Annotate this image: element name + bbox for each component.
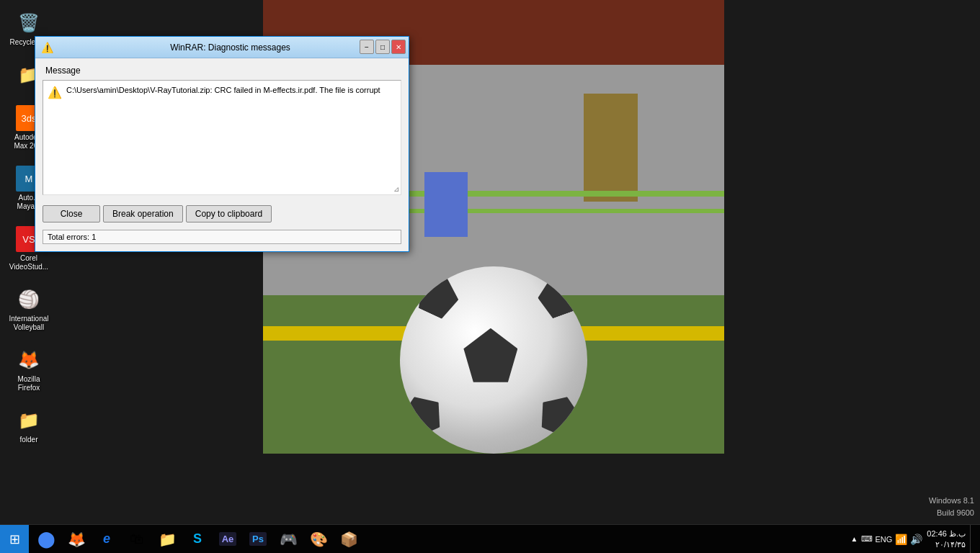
break-operation-button[interactable]: Break operation bbox=[103, 205, 183, 222]
dialog-warning-icon: ⚠️ bbox=[41, 42, 53, 53]
folder2-icon: 📁 bbox=[16, 408, 42, 433]
message-content: C:\Users\amin\Desktop\V-RayTutorial.zip:… bbox=[66, 85, 380, 96]
winrar-icon: 📦 bbox=[340, 531, 358, 548]
message-row: ⚠️ C:\Users\amin\Desktop\V-RayTutorial.z… bbox=[48, 85, 396, 99]
taskbar-tray: ▲ ⌨ ENG 📶 🔊 02:46 ب.ظ ۲۰/۱۴/۳۵ bbox=[845, 525, 980, 553]
dialog-status: Total errors: 1 bbox=[43, 230, 401, 244]
desktop: 🗑️ Recycle Bin 📁 3ds Autode...Max 20... … bbox=[0, 0, 980, 553]
windows-version: Windows 8.1 Build 9600 bbox=[929, 495, 974, 518]
taskbar-icon-store[interactable]: 🛍 bbox=[122, 525, 151, 554]
taskbar-icons: ⬤ 🦊 e 🛍 📁 S Ae Ps 🎮 bbox=[29, 525, 845, 553]
network-icon: 📶 bbox=[895, 534, 907, 545]
tray-icons: ▲ ⌨ ENG 📶 🔊 bbox=[851, 534, 923, 545]
win-version-line1: Windows 8.1 bbox=[929, 495, 974, 507]
volleyball-icon: 🏐 bbox=[16, 287, 42, 313]
dialog-buttons: Close Break operation Copy to clipboard bbox=[43, 202, 401, 225]
taskbar: ⊞ ⬤ 🦊 e 🛍 📁 S Ae bbox=[0, 524, 980, 553]
recycle-bin-icon: 🗑️ bbox=[16, 10, 42, 36]
total-errors-text: Total errors: 1 bbox=[48, 233, 96, 241]
ps-icon: Ps bbox=[249, 532, 267, 546]
message-area: ⚠️ C:\Users\amin\Desktop\V-RayTutorial.z… bbox=[43, 80, 401, 195]
taskbar-clock[interactable]: 02:46 ب.ظ ۲۰/۱۴/۳۵ bbox=[927, 529, 966, 549]
win-version-line2: Build 9600 bbox=[929, 507, 974, 519]
volleyball-label: InternationalVolleyball bbox=[9, 315, 48, 332]
start-icon: ⊞ bbox=[9, 531, 20, 547]
taskbar-icon-paint[interactable]: 🎨 bbox=[304, 525, 333, 554]
taskbar-icon-winrar[interactable]: 📦 bbox=[334, 525, 363, 554]
taskbar-icon-ps[interactable]: Ps bbox=[244, 525, 272, 554]
taskbar-icon-chrome[interactable]: ⬤ bbox=[32, 525, 61, 554]
desktop-icon-volleyball[interactable]: 🏐 InternationalVolleyball bbox=[3, 284, 55, 335]
generic1-icon: 🎮 bbox=[280, 531, 298, 548]
keyboard-icon: ⌨ bbox=[861, 534, 873, 544]
dialog-body: Message ⚠️ C:\Users\amin\Desktop\V-RayTu… bbox=[35, 58, 409, 251]
desktop-icon-folder2[interactable]: 📁 folder bbox=[3, 405, 55, 447]
copy-clipboard-button[interactable]: Copy to clipboard bbox=[186, 205, 272, 222]
ie-icon: e bbox=[103, 531, 110, 547]
show-desktop-button[interactable] bbox=[970, 525, 974, 554]
winrar-dialog: ⚠️ WinRAR: Diagnostic messages − □ ✕ Mes… bbox=[35, 36, 409, 252]
start-button[interactable]: ⊞ bbox=[0, 525, 29, 554]
firefox-label: MozillaFirefox bbox=[17, 375, 40, 392]
restore-button[interactable]: □ bbox=[375, 40, 390, 54]
ae-icon: Ae bbox=[219, 532, 237, 546]
lang-label: ENG bbox=[876, 535, 893, 544]
close-button[interactable]: Close bbox=[43, 205, 100, 222]
taskbar-icon-explorer[interactable]: 📁 bbox=[153, 525, 182, 554]
taskbar-icon-generic1[interactable]: 🎮 bbox=[274, 525, 303, 554]
explorer-icon: 📁 bbox=[159, 531, 177, 548]
store-icon: 🛍 bbox=[130, 531, 144, 547]
firefox-icon: 🦊 bbox=[16, 347, 42, 373]
message-column-label: Message bbox=[43, 66, 401, 76]
folder2-label: folder bbox=[19, 436, 37, 444]
taskbar-icon-firefox[interactable]: 🦊 bbox=[62, 525, 91, 554]
clock-time: 02:46 ب.ظ bbox=[927, 529, 966, 539]
chrome-icon: ⬤ bbox=[37, 530, 55, 549]
resize-handle[interactable]: ⊿ bbox=[393, 185, 399, 193]
clock-date: ۲۰/۱۴/۳۵ bbox=[935, 539, 966, 549]
desktop-icon-firefox[interactable]: 🦊 MozillaFirefox bbox=[3, 344, 55, 395]
corel-label: CorelVideoStud... bbox=[9, 254, 48, 271]
dialog-titlebar: ⚠️ WinRAR: Diagnostic messages − □ ✕ bbox=[35, 37, 409, 58]
taskbar-icon-skype[interactable]: S bbox=[183, 525, 212, 554]
firefox-taskbar-icon: 🦊 bbox=[68, 531, 86, 548]
volume-icon: 🔊 bbox=[910, 534, 922, 545]
dialog-title: WinRAR: Diagnostic messages bbox=[58, 42, 403, 53]
paint-icon: 🎨 bbox=[310, 531, 328, 548]
close-title-button[interactable]: ✕ bbox=[391, 40, 406, 54]
dialog-controls: − □ ✕ bbox=[360, 40, 406, 54]
skype-icon: S bbox=[193, 531, 202, 547]
tray-expand-icon[interactable]: ▲ bbox=[851, 535, 858, 543]
taskbar-icon-ie[interactable]: e bbox=[92, 525, 121, 554]
taskbar-icon-ae[interactable]: Ae bbox=[213, 525, 242, 554]
minimize-button[interactable]: − bbox=[360, 40, 374, 54]
warning-icon: ⚠️ bbox=[48, 86, 62, 99]
